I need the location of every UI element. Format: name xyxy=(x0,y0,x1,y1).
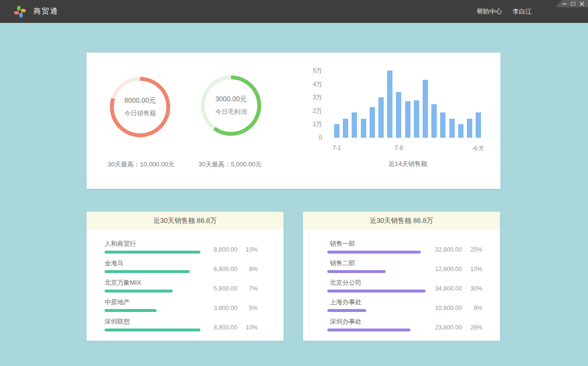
y-axis-tick-label: 4万 xyxy=(296,81,322,88)
today-summary-card: 8000.00元 今日销售额 30天最高：10,000.00元 3000.00元… xyxy=(87,53,500,189)
list-item-values: 8,800.00 10% xyxy=(191,324,258,331)
app-logo-pinwheel-icon xyxy=(13,5,27,18)
chart-bar xyxy=(467,119,472,138)
today-profit-donut-text: 3000.00元 今日毛利润 xyxy=(201,75,261,136)
list-item-values: 34,800.00 30% xyxy=(416,285,482,292)
chart-bar xyxy=(440,112,445,138)
list-item: 中原地产 3,800.00 5% xyxy=(105,298,258,312)
list-item-progress-bar xyxy=(105,329,200,331)
today-profit-donut: 3000.00元 今日毛利润 xyxy=(201,75,261,136)
x-axis-tick-label: 7-8 xyxy=(394,145,403,151)
customer-sales-card: 近30天销售额 86.8万 人和商贸行 8,800.00 10% 金海马 6,8… xyxy=(87,212,284,341)
list-item-values: 6,800.00 8% xyxy=(191,266,258,273)
list-item-amount: 23,800.00 xyxy=(416,324,462,331)
topbar-right: 帮助中心 李白江 xyxy=(477,0,532,23)
list-item-amount: 34,800.00 xyxy=(416,285,462,292)
list-item-percent: 8% xyxy=(237,266,258,273)
list-item: 销售二部 12,800.00 10% xyxy=(327,259,482,273)
close-icon[interactable] xyxy=(580,1,584,6)
chart-bar xyxy=(423,80,428,138)
list-item-amount: 8,800.00 xyxy=(191,246,237,253)
list-item-progress-bar xyxy=(327,309,366,312)
today-profit-30d-max: 30天最高：5,000.00元 xyxy=(177,160,284,169)
list-item-percent: 9% xyxy=(462,305,482,311)
chart-bar xyxy=(378,97,384,138)
list-item-amount: 32,800.00 xyxy=(416,246,462,253)
chart-bar xyxy=(476,112,481,138)
user-name-link[interactable]: 李白江 xyxy=(513,7,532,16)
list-item-progress-bar xyxy=(105,309,157,312)
list-item-values: 12,800.00 10% xyxy=(416,266,482,273)
list-item-amount: 8,800.00 xyxy=(191,324,237,331)
help-center-link[interactable]: 帮助中心 xyxy=(477,7,502,16)
list-item-amount: 6,800.00 xyxy=(191,266,237,273)
y-axis-tick-label: 3万 xyxy=(296,94,322,101)
list-item-progress-bar xyxy=(327,270,386,273)
chart-bar xyxy=(370,107,375,138)
list-item: 北京万象MIX 5,800.00 7% xyxy=(105,278,258,293)
sales-14d-bar-chart: 01万2万3万4万5万 7-17-8今天 近14天销售额 xyxy=(296,71,488,178)
list-item-amount: 5,800.00 xyxy=(191,285,237,292)
app-title: 商贸通 xyxy=(34,7,58,16)
y-axis-tick-label: 0 xyxy=(296,134,322,141)
list-item-percent: 10% xyxy=(462,266,482,273)
title-bar: 商贸通 帮助中心 李白江 xyxy=(0,0,588,23)
list-item-amount: 12,800.00 xyxy=(416,266,462,273)
chart-bar xyxy=(352,112,357,138)
chart-bar xyxy=(431,104,437,138)
chart-bar xyxy=(449,119,455,138)
today-sales-caption: 今日销售额 xyxy=(125,109,156,118)
list-item-values: 23,800.00 26% xyxy=(416,324,482,331)
x-axis-tick-label: 今天 xyxy=(473,145,484,153)
department-sales-card: 近30天销售额 86.8万 销售一部 32,800.00 25% 销售二部 12… xyxy=(303,212,500,341)
today-sales-donut: 8000.00元 今日销售额 xyxy=(110,77,170,137)
list-item: 销售一部 32,800.00 25% xyxy=(327,239,482,254)
list-item-percent: 10% xyxy=(237,246,258,253)
list-item-progress-bar xyxy=(105,290,173,293)
list-item-values: 32,800.00 25% xyxy=(416,246,482,253)
chart-title: 近14天销售额 xyxy=(334,160,481,168)
list-item-values: 10,800.00 9% xyxy=(416,305,482,311)
list-item-percent: 26% xyxy=(462,324,482,331)
today-profit-caption: 今日毛利润 xyxy=(215,108,247,116)
list-item-percent: 10% xyxy=(237,324,258,331)
today-sales-donut-text: 8000.00元 今日销售额 xyxy=(110,77,170,137)
list-item: 上海办事处 10,800.00 9% xyxy=(327,298,482,312)
list-item: 北京分公司 34,800.00 30% xyxy=(327,278,482,293)
list-item-progress-bar xyxy=(327,290,426,293)
chart-bar xyxy=(458,124,463,138)
list-item-amount: 10,800.00 xyxy=(416,305,462,311)
list-item-percent: 30% xyxy=(462,285,482,292)
today-profit-value: 3000.00元 xyxy=(215,95,247,104)
maximize-icon[interactable] xyxy=(571,2,575,5)
list-item: 深圳联想 8,800.00 10% xyxy=(105,317,258,331)
department-card-title: 近30天销售额 86.8万 xyxy=(303,212,500,230)
chart-bar xyxy=(396,92,401,138)
chart-bar xyxy=(334,124,339,138)
minimize-icon[interactable] xyxy=(562,3,567,4)
list-item-progress-bar xyxy=(105,251,200,254)
customer-list: 人和商贸行 8,800.00 10% 金海马 6,800.00 8% 北京万象M… xyxy=(87,230,284,341)
list-item-values: 3,800.00 5% xyxy=(191,305,258,311)
department-list: 销售一部 32,800.00 25% 销售二部 12,800.00 10% 北京… xyxy=(303,230,500,341)
list-item-progress-bar xyxy=(105,270,190,273)
chart-bar xyxy=(414,100,419,138)
list-item: 深圳办事处 23,800.00 26% xyxy=(327,317,482,331)
x-axis-tick-label: 7-1 xyxy=(333,145,341,151)
list-item-percent: 25% xyxy=(462,246,482,253)
list-item-progress-bar xyxy=(327,329,410,331)
today-sales-value: 8000.00元 xyxy=(125,96,156,105)
chart-bar xyxy=(405,101,410,138)
chart-bar xyxy=(361,119,366,138)
chart-y-axis: 01万2万3万4万5万 xyxy=(296,71,322,138)
list-item-progress-bar xyxy=(327,251,421,254)
y-axis-tick-label: 2万 xyxy=(296,108,322,114)
chart-bar xyxy=(343,119,348,138)
list-item-values: 5,800.00 7% xyxy=(191,285,258,292)
chart-bar xyxy=(387,71,392,138)
list-item: 金海马 6,800.00 8% xyxy=(105,259,258,273)
list-item-percent: 5% xyxy=(237,305,258,311)
list-item-values: 8,800.00 10% xyxy=(191,246,258,253)
y-axis-tick-label: 5万 xyxy=(296,67,322,74)
list-item: 人和商贸行 8,800.00 10% xyxy=(105,239,258,254)
